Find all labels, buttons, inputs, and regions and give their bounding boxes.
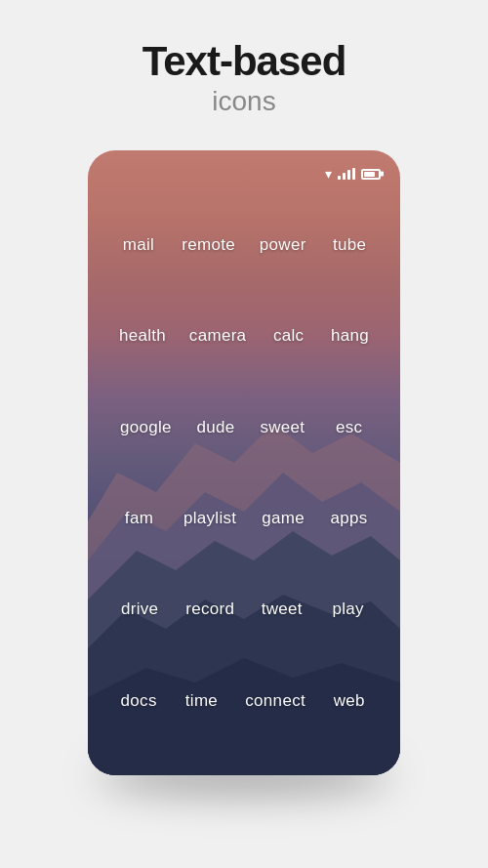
icon-grid: mailremotepowertubehealthcameracalchangg… [88, 150, 400, 775]
icon-row-6: docstimeconnectweb [107, 655, 381, 746]
page-subtitle: icons [142, 86, 346, 117]
icon-esc[interactable]: esc [322, 414, 376, 441]
icon-drive[interactable]: drive [113, 596, 167, 623]
icon-row-2: healthcameracalchang [107, 291, 381, 382]
icon-row-3: googledudesweetesc [107, 382, 381, 473]
status-bar: ▾ [325, 166, 381, 182]
icon-power[interactable]: power [252, 231, 314, 259]
phone-screen: ▾ mailremotepowertubehealthcameracalchan… [88, 150, 400, 775]
signal-icon [338, 168, 355, 180]
icon-row-1: mailremotepowertube [107, 199, 381, 290]
icon-google[interactable]: google [112, 414, 180, 441]
icon-tube[interactable]: tube [323, 231, 377, 259]
phone-mockup: ▾ mailremotepowertubehealthcameracalchan… [88, 150, 400, 775]
icon-web[interactable]: web [322, 687, 376, 715]
battery-fill [364, 172, 375, 177]
icon-dude[interactable]: dude [189, 414, 243, 441]
icon-time[interactable]: time [175, 687, 228, 715]
icon-health[interactable]: health [111, 322, 174, 350]
page-title: Text-based [142, 39, 346, 84]
signal-bar-2 [343, 173, 346, 180]
icon-connect[interactable]: connect [237, 687, 313, 715]
signal-bar-4 [352, 168, 355, 180]
signal-bar-1 [338, 176, 341, 180]
wifi-icon: ▾ [325, 166, 332, 182]
icon-record[interactable]: record [178, 596, 242, 623]
icon-game[interactable]: game [254, 505, 312, 532]
icon-docs[interactable]: docs [112, 687, 166, 715]
signal-bar-3 [347, 170, 350, 180]
icon-calc[interactable]: calc [262, 322, 315, 350]
icon-fam[interactable]: fam [112, 505, 166, 532]
icon-playlist[interactable]: playlist [176, 505, 244, 532]
page-header: Text-based icons [142, 0, 346, 141]
icon-mail[interactable]: mail [111, 231, 165, 259]
icon-hang[interactable]: hang [323, 322, 377, 350]
icon-tweet[interactable]: tweet [254, 596, 310, 623]
icon-play[interactable]: play [321, 596, 375, 623]
icon-remote[interactable]: remote [174, 231, 243, 259]
icon-sweet[interactable]: sweet [252, 414, 312, 441]
battery-icon [361, 169, 381, 180]
icon-apps[interactable]: apps [322, 505, 376, 532]
icon-row-4: famplaylistgameapps [107, 473, 381, 563]
icon-row-5: driverecordtweetplay [107, 564, 381, 655]
icon-camera[interactable]: camera [182, 322, 255, 350]
